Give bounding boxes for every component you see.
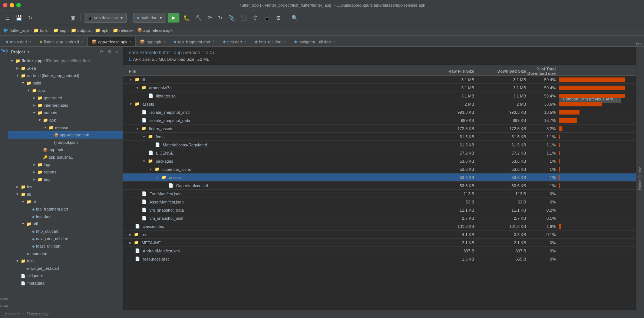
tree-arrow[interactable]: ▼ [43, 126, 47, 129]
tab-navigator-util-dart[interactable]: ◆ navigator_util.dart × [290, 37, 339, 46]
tree-arrow[interactable]: ▶ [32, 170, 36, 174]
tree-item[interactable]: ◆main.dart [8, 250, 123, 257]
tree-arrow[interactable]: ▶ [32, 163, 36, 166]
tree-arrow[interactable]: ▶ [32, 178, 36, 181]
attach-icon[interactable]: 📎 [226, 13, 237, 23]
breadcrumb-apk-file[interactable]: 📦 app-release.apk [137, 28, 173, 33]
tree-arrow[interactable]: ▶ [32, 96, 36, 100]
close-tab-app-apk[interactable]: × [164, 40, 166, 44]
tree-item[interactable]: 📦app-release.apk [8, 131, 123, 139]
expand-arrow[interactable]: ▼ [129, 78, 132, 82]
close-sidebar-button[interactable]: × [115, 49, 120, 55]
table-row[interactable]: ▼📁lib 3.1 MB 3.1 MB 59.4% [123, 76, 636, 84]
tree-item[interactable]: ▼📁test [8, 257, 123, 265]
table-row[interactable]: 📄AssetManifest.json 53 B 53 B 0% [123, 198, 636, 206]
table-row[interactable]: ▼📁fonts 61.5 KB 61.5 KB 1.1% [123, 133, 636, 141]
tree-item[interactable]: ◆toast_util.dart [8, 242, 123, 250]
maximize-button[interactable] [16, 3, 21, 7]
tree-item[interactable]: ▶📁generated [8, 94, 123, 102]
tree-item[interactable]: ▼📁apk [8, 116, 123, 124]
save-icon[interactable]: 💾 [14, 13, 24, 23]
tab-app-release-apk[interactable]: 📦 app-release.apk × [87, 37, 136, 46]
tree-item[interactable]: ◆tab_fragment.dart [8, 205, 123, 213]
close-tab-app-release-apk[interactable]: × [130, 40, 132, 44]
tree-item[interactable]: 📄.gitignore [8, 272, 123, 279]
table-row[interactable]: ▼📁packages 53.6 KB 53.6 KB 1% [123, 157, 636, 165]
minimize-button[interactable] [10, 3, 14, 7]
breadcrumb-build[interactable]: 📁 build [33, 28, 49, 33]
tree-item[interactable]: ◆test.dart [8, 213, 123, 220]
tree-arrow[interactable]: ▶ [32, 103, 36, 107]
close-tab-tab-fragment-dart[interactable]: × [212, 40, 215, 44]
close-tab-flutter-app-android[interactable]: × [81, 40, 83, 44]
table-row[interactable]: ▶📁res 4.1 KB 3.8 KB 0.1% [123, 231, 636, 239]
sync-icon[interactable]: ↻ [26, 13, 35, 23]
table-row[interactable]: 📄classes.dex 101.8 KB 101.8 KB 1.9% [123, 222, 636, 231]
tree-arrow[interactable]: ▼ [15, 74, 20, 77]
breadcrumb-outputs[interactable]: 📁 outputs [71, 28, 91, 33]
tree-item[interactable]: ▶📁logs [8, 161, 123, 168]
bug-icon[interactable]: 🐛 [181, 13, 192, 23]
breadcrumb-release[interactable]: 📁 release [113, 28, 133, 33]
tree-arrow[interactable]: ▼ [32, 111, 36, 115]
tree-arrow[interactable]: ▼ [21, 81, 25, 85]
gear-icon[interactable]: ⚙ [106, 49, 113, 55]
table-row[interactable]: ▼📁armeabi-v7a 3.1 MB 3.1 MB 59.4% [123, 84, 636, 92]
table-row[interactable]: 📄vm_snapshot_data 11.1 KB 11.1 KB 0.2% [123, 206, 636, 214]
table-row[interactable]: 📄vm_snapshot_instr 2.7 KB 2.7 KB 0.1% [123, 214, 636, 222]
tree-arrow[interactable]: ▼ [21, 222, 25, 226]
reload2-icon[interactable]: ↻ [216, 13, 225, 23]
coverage-icon[interactable]: ⬛ [238, 13, 249, 23]
tree-item[interactable]: ▼📁android [flutter_app_android] [8, 72, 123, 79]
tree-arrow[interactable]: ▼ [26, 89, 31, 92]
tree-item[interactable]: {}output.json [8, 139, 123, 146]
flutter-outline-label[interactable]: Flutter Outline [638, 167, 642, 190]
tree-item[interactable]: 📄.metadata [8, 279, 123, 287]
expand-arrow[interactable]: ▶ [129, 241, 132, 245]
tree-arrow[interactable]: ▼ [15, 192, 20, 196]
close-button[interactable] [3, 3, 7, 7]
search-icon[interactable]: 🔍 [289, 13, 300, 23]
expand-arrow[interactable]: ▼ [149, 168, 152, 171]
layout-icon[interactable]: ▣ [68, 13, 77, 23]
expand-arrow[interactable]: ▼ [136, 86, 139, 90]
tree-item[interactable]: ▶📁ios [8, 183, 123, 191]
expand-arrow[interactable]: ▼ [136, 127, 139, 130]
tree-item[interactable]: ▶📁.idea [8, 64, 123, 72]
tree-arrow[interactable]: ▼ [21, 200, 25, 203]
tree-item[interactable]: ◆navigator_util.dart [8, 235, 123, 242]
tree-arrow[interactable]: ▶ [15, 185, 20, 189]
table-row[interactable]: 📄isolate_snapshot_instr 993.3 KB 993.3 K… [123, 108, 636, 116]
traffic-lights[interactable] [3, 3, 21, 7]
tree-arrow[interactable]: ▶ [15, 66, 20, 70]
tree-item[interactable]: 🔑app.apk.sha1 [8, 153, 123, 161]
tree-item[interactable]: ▶📁tmp [8, 176, 123, 183]
table-row[interactable]: ▶📁META-INF 2.1 KB 2.1 KB 0% [123, 239, 636, 247]
tree-arrow[interactable]: ▼ [15, 259, 20, 263]
run-file-selector[interactable]: ◆ main.dart ▼ [133, 13, 166, 23]
close-tab-navigator-util-dart[interactable]: × [333, 40, 336, 44]
tab-tab-fragment-dart[interactable]: ◆ tab_fragment.dart × [169, 37, 219, 46]
table-row[interactable]: 📄CupertinoIcons.ttf 53.6 KB 53.6 KB 1% [123, 182, 636, 190]
tab-main-dart[interactable]: ◆ main.dart × [1, 37, 36, 46]
tree-item[interactable]: ▶📁intermediates [8, 102, 123, 109]
tree-item[interactable]: ▼📁build [8, 79, 123, 87]
tree-arrow[interactable]: ▼ [10, 59, 14, 63]
forward-icon[interactable]: → [52, 13, 62, 23]
tree-item[interactable]: 📦app.apk [8, 146, 123, 153]
device-selector[interactable]: 📱 <no devices> ▼ [84, 13, 127, 23]
table-row[interactable]: ▼📁assets 53.6 KB 53.6 KB 1% [123, 173, 636, 182]
tab-flutter-app-android[interactable]: A flutter_app_android × [36, 37, 87, 46]
menu-icon[interactable]: ☰ [3, 13, 12, 23]
tree-item[interactable]: ◆http_util.dart [8, 228, 123, 235]
build-icon[interactable]: 🔨 [193, 13, 204, 23]
expand-arrow[interactable]: ▼ [156, 176, 159, 179]
expand-arrow[interactable]: ▼ [142, 159, 146, 163]
tree-item[interactable]: ▶📁reports [8, 168, 123, 176]
breadcrumb-app[interactable]: 📁 app [53, 28, 66, 33]
reload-icon[interactable]: ⟳ [205, 13, 214, 23]
expand-arrow[interactable]: ▼ [129, 102, 132, 106]
table-row[interactable]: ▼📁flutter_assets 172.5 KB 172.5 KB 3.2% [123, 125, 636, 133]
tree-item[interactable]: ▼📁release [8, 124, 123, 131]
table-row[interactable]: 📄AndroidManifest.xml 897 B 897 B 0% [123, 247, 636, 255]
